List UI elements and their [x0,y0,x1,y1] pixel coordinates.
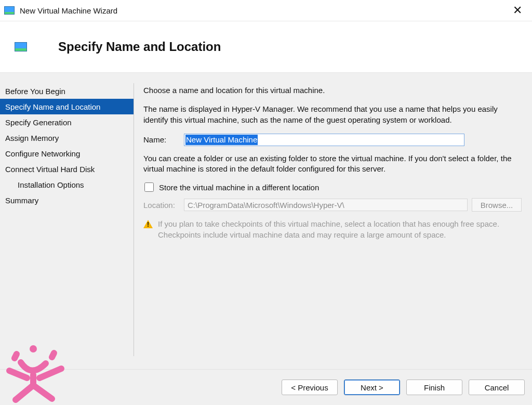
close-icon[interactable]: ✕ [509,2,526,19]
header-icon [15,42,27,51]
name-help-text: The name is displayed in Hyper-V Manager… [143,104,522,125]
intro-text: Choose a name and location for this virt… [143,85,522,96]
window-title: New Virtual Machine Wizard [20,6,117,15]
finish-button[interactable]: Finish [406,380,462,395]
step-specify-generation[interactable]: Specify Generation [0,114,134,130]
store-different-location-checkbox[interactable] [144,182,154,192]
wizard-body: Before You Begin Specify Name and Locati… [0,73,532,369]
step-specify-name-location[interactable]: Specify Name and Location [0,99,134,114]
page-heading: Specify Name and Location [58,40,221,54]
browse-button: Browse... [472,198,522,212]
warning-text: If you plan to take checkpoints of this … [158,219,522,240]
step-configure-networking[interactable]: Configure Networking [0,146,134,161]
cancel-button[interactable]: Cancel [469,380,525,395]
step-installation-options[interactable]: Installation Options [0,177,134,192]
warning-icon [143,220,153,228]
location-help-text: You can create a folder or use an existi… [143,153,522,175]
wizard-footer: < Previous Next > Finish Cancel [0,369,532,405]
location-input [184,199,468,211]
name-input[interactable]: New Virtual Machine [184,134,464,146]
wizard-header: Specify Name and Location [0,21,532,73]
next-button[interactable]: Next > [344,380,400,395]
step-before-you-begin[interactable]: Before You Begin [0,83,134,99]
store-different-location-label: Store the virtual machine in a different… [159,183,319,192]
name-input-selection: New Virtual Machine [185,135,258,145]
wizard-sidebar: Before You Begin Specify Name and Locati… [0,73,134,369]
checkpoint-warning: If you plan to take checkpoints of this … [143,219,522,240]
step-connect-vhd[interactable]: Connect Virtual Hard Disk [0,161,134,177]
wizard-main: Choose a name and location for this virt… [134,73,532,369]
step-summary[interactable]: Summary [0,192,134,208]
step-assign-memory[interactable]: Assign Memory [0,130,134,146]
location-row: Location: Browse... [143,198,522,212]
location-label: Location: [143,201,184,210]
titlebar: New Virtual Machine Wizard ✕ [0,0,532,21]
app-icon [4,6,15,15]
store-different-location-row: Store the virtual machine in a different… [143,182,522,192]
name-row: Name: New Virtual Machine [143,134,522,146]
previous-button[interactable]: < Previous [282,380,338,395]
name-label: Name: [143,135,184,144]
